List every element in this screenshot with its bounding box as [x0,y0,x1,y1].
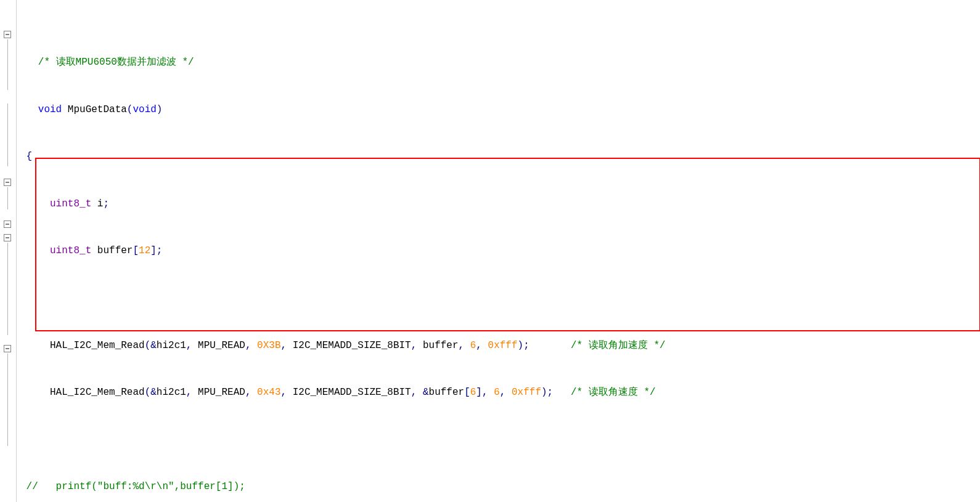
fold-gutter [0,0,17,502]
ident: I2C_MEMADD_SIZE_8BIT [293,340,411,351]
comment: /* 读取角加速度 */ [571,340,666,351]
code-line[interactable]: uint8_t buffer[12]; [20,244,980,258]
fold-line [7,103,8,166]
punct: , [476,340,488,351]
fold-toggle[interactable] [4,221,11,228]
fold-toggle[interactable] [4,234,11,241]
number: 0xfff [512,387,541,398]
ident: hi2c1 [157,387,186,398]
ident: buffer [423,340,459,351]
fold-toggle[interactable] [4,31,11,38]
comment: /* 读取MPU6050数据并加滤波 */ [38,57,194,68]
comment: /* 读取角速度 */ [571,387,656,398]
number: 0X3B [257,340,280,351]
type: uint8_t [50,198,91,209]
code-editor[interactable]: /* 读取MPU6050数据并加滤波 */ void MpuGetData(vo… [0,0,980,502]
punct: [ [133,245,139,256]
brace: { [27,151,33,162]
punct: ) [157,104,163,115]
fold-toggle[interactable] [4,345,11,352]
punct: , [280,387,292,398]
fold-toggle[interactable] [4,179,11,186]
punct: , [186,387,198,398]
ident: MPU_READ [198,340,245,351]
code-line[interactable] [20,433,980,447]
ident: MPU_READ [198,387,245,398]
fold-line [7,354,8,446]
code-line[interactable]: { [20,150,980,164]
punct: , [245,387,257,398]
ident: buffer [429,387,465,398]
code-line[interactable]: HAL_I2C_Mem_Read(&hi2c1, MPU_READ, 0X3B,… [20,339,980,353]
punct: ( [127,104,133,115]
punct: , [459,340,470,351]
keyword: void [133,104,156,115]
punct: , [280,340,292,351]
number: 6 [470,340,476,351]
ident: buffer [91,245,133,256]
code-line[interactable]: // printf("buff:%d\r\n",buffer[1]); [20,480,980,494]
ident: I2C_MEMADD_SIZE_8BIT [293,387,411,398]
punct: (& [145,340,157,351]
punct: [ [464,387,470,398]
ident: MpuGetData [62,104,127,115]
code-line[interactable]: void MpuGetData(void) [20,103,980,117]
ident: hi2c1 [157,340,186,351]
punct: , [411,340,423,351]
comment: // printf("buff:%d\r\n",buffer[1]); [27,481,245,492]
punct: (& [145,387,157,398]
punct: ); [541,387,553,398]
punct: , [186,340,198,351]
ident: HAL_I2C_Mem_Read [50,387,145,398]
fold-line [7,243,8,335]
punct: ); [518,340,529,351]
punct: , [500,387,512,398]
punct: , & [411,387,429,398]
type: uint8_t [50,245,91,256]
fold-line [7,39,8,90]
fold-line [7,187,8,209]
code-line[interactable]: /* 读取MPU6050数据并加滤波 */ [20,55,980,70]
number: 12 [139,245,150,256]
code-line[interactable]: HAL_I2C_Mem_Read(&hi2c1, MPU_READ, 0x43,… [20,386,980,400]
punct: , [245,340,257,351]
punct: ; [103,198,109,209]
ident: i [91,198,103,209]
punct: ]; [150,245,162,256]
code-line[interactable]: uint8_t i; [20,197,980,211]
keyword: void [38,104,62,115]
number: 0xfff [488,340,518,351]
number: 6 [470,387,476,398]
ident: HAL_I2C_Mem_Read [50,340,145,351]
number: 6 [494,387,500,398]
code-area[interactable]: /* 读取MPU6050数据并加滤波 */ void MpuGetData(vo… [17,0,980,502]
code-line[interactable] [20,291,980,306]
punct: ], [476,387,494,398]
number: 0x43 [257,387,280,398]
